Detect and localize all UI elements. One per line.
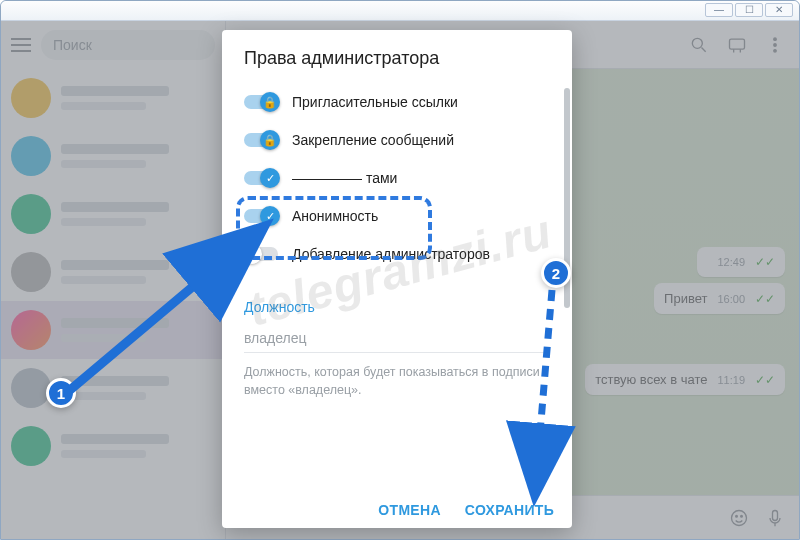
- annotation-badge-2: 2: [541, 258, 571, 288]
- window-maximize-button[interactable]: ☐: [735, 3, 763, 17]
- window-minimize-button[interactable]: —: [705, 3, 733, 17]
- save-button[interactable]: СОХРАНИТЬ: [465, 502, 554, 518]
- hint-text: Должность, которая будет показываться в …: [222, 353, 572, 399]
- toggle[interactable]: 🔒: [244, 133, 278, 147]
- annotation-badge-1: 1: [46, 378, 76, 408]
- modal-title: Права администратора: [222, 30, 572, 83]
- perm-manage[interactable]: ✓————— тами: [244, 159, 550, 197]
- perm-label: Пригласительные ссылки: [292, 94, 458, 110]
- toggle[interactable]: 🔒: [244, 95, 278, 109]
- cancel-button[interactable]: ОТМЕНА: [378, 502, 440, 518]
- perm-label: ————— тами: [292, 170, 397, 186]
- perm-label: Закрепление сообщений: [292, 132, 454, 148]
- toggle[interactable]: ✓: [244, 171, 278, 185]
- window-close-button[interactable]: ✕: [765, 3, 793, 17]
- window-titlebar: — ☐ ✕: [1, 1, 799, 21]
- perm-invite-links[interactable]: 🔒Пригласительные ссылки: [244, 83, 550, 121]
- perm-pin-messages[interactable]: 🔒Закрепление сообщений: [244, 121, 550, 159]
